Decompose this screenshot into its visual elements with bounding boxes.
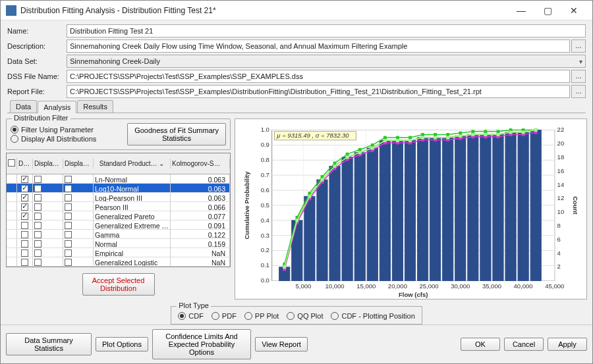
confidence-checkbox[interactable] [34,185,42,192]
hdr-ks[interactable]: Kolmogorov-Smirno… ⌄ [171,159,230,169]
description-label: Description: [7,42,67,50]
svg-text:30,000: 30,000 [451,282,470,290]
hdr-confidence[interactable]: Display Confidence Limits [33,159,63,169]
plottype-qq-plot[interactable]: QQ Plot [287,312,323,320]
apply-button[interactable]: Apply [548,338,587,351]
description-browse-button[interactable]: … [571,39,586,53]
hdr-expected[interactable]: Display Expected Probab. [63,159,94,169]
reportfile-input[interactable]: C:\PROJECTS\SSP\Projects\Test\SSP_Exampl… [67,85,570,98]
confidence-checkbox[interactable] [34,231,42,238]
display-checkbox[interactable] [21,249,28,257]
maximize-button[interactable]: ▢ [534,5,561,16]
svg-text:10,000: 10,000 [325,282,345,290]
confidence-checkbox[interactable] [34,203,42,211]
svg-rect-172 [472,133,475,136]
confidence-checkbox[interactable] [34,176,42,183]
confidence-checkbox[interactable] [34,249,42,257]
display-checkbox[interactable] [21,176,28,183]
svg-rect-99 [346,153,349,156]
display-checkbox[interactable] [21,259,28,266]
display-checkbox[interactable] [21,185,28,192]
table-row[interactable]: Log-Pearson III0.063 [7,193,230,202]
display-checkbox[interactable] [21,203,28,211]
table-row[interactable]: Generalized LogisticNaN [7,257,230,267]
svg-text:0.1: 0.1 [261,261,269,269]
confidence-checkbox[interactable] [34,194,42,201]
confidence-checkbox[interactable] [34,213,42,220]
table-row[interactable]: Generalized Extreme …0.091 [7,221,230,230]
expected-checkbox[interactable] [65,176,72,183]
accept-distribution-button[interactable]: Accept Selected Distribution [82,273,155,296]
confidence-checkbox[interactable] [34,259,42,266]
confidence-limits-button[interactable]: Confidence Limits And Expected Probabili… [152,329,251,359]
svg-rect-69 [493,134,503,280]
hdr-display[interactable]: Display [17,159,33,169]
svg-rect-67 [468,134,478,280]
expected-checkbox[interactable] [65,231,72,238]
view-report-button[interactable]: View Report [255,337,308,351]
svg-text:0.4: 0.4 [261,217,270,224]
dataset-combo[interactable]: Sinnemahoning Creek-Daily [67,55,586,68]
close-button[interactable]: ✕ [561,5,587,16]
cancel-button[interactable]: Cancel [504,338,544,351]
svg-rect-100 [358,148,362,151]
table-row[interactable]: Log10-Normal0.063 [7,184,230,193]
dist-name-cell: Generalized Pareto [94,211,171,220]
svg-text:0.9: 0.9 [261,141,269,148]
expected-checkbox[interactable] [65,240,72,247]
plot-options-button[interactable]: Plot Options [96,337,148,351]
svg-rect-111 [497,130,500,133]
gof-summary-button[interactable]: Goodness of Fit Summary Statistics [127,123,226,145]
hdr-display-all[interactable] [7,158,17,169]
table-row[interactable]: Normal0.159 [7,239,230,248]
tab-data[interactable]: Data [10,100,37,113]
expected-checkbox[interactable] [65,213,72,220]
display-checkbox[interactable] [21,222,28,229]
dssfile-browse-button[interactable]: … [571,70,586,83]
plottype-cdf-plotting-position[interactable]: CDF - Plotting Position [331,312,414,320]
display-checkbox[interactable] [21,194,28,201]
dssfile-input[interactable]: C:\PROJECTS\SSP\Projects\Test\SSP_Exampl… [67,70,570,83]
dssfile-label: DSS File Name: [7,72,67,80]
table-row[interactable]: Pearson III0.066 [7,202,230,211]
svg-rect-171 [459,134,462,138]
expected-checkbox[interactable] [65,249,72,257]
svg-rect-60 [380,141,390,281]
table-row[interactable]: Gamma0.122 [7,230,230,239]
plottype-pdf[interactable]: PDF [212,312,237,320]
tab-analysis[interactable]: Analysis [38,101,76,113]
hdr-name[interactable]: Standard Product… ⌄ [94,159,171,169]
tab-results[interactable]: Results [77,100,113,113]
expected-checkbox[interactable] [65,194,72,201]
table-row[interactable]: Generalized Pareto0.077 [7,211,230,221]
confidence-checkbox[interactable] [34,240,42,247]
table-row[interactable]: Ln-Normal0.063 [7,174,230,184]
titlebar: Distribution Fitting Analysis - Distribu… [1,1,592,20]
confidence-checkbox[interactable] [34,222,42,229]
expected-checkbox[interactable] [65,222,72,229]
svg-rect-110 [484,130,488,133]
expected-checkbox[interactable] [65,203,72,211]
display-checkbox[interactable] [21,231,28,238]
expected-checkbox[interactable] [65,259,72,266]
radio-filter-parameter[interactable]: Filter Using Parameter [11,126,123,134]
display-checkbox[interactable] [21,240,28,247]
ok-button[interactable]: OK [461,338,500,351]
svg-text:Cumulative Probability: Cumulative Probability [243,171,250,240]
plottype-pp-plot[interactable]: PP Plot [244,312,279,320]
svg-text:10: 10 [557,208,565,215]
ks-cell: 0.159 [171,239,230,247]
plottype-cdf[interactable]: CDF [178,312,204,320]
svg-rect-72 [530,130,541,281]
table-row[interactable]: EmpiricalNaN [7,248,230,257]
display-checkbox[interactable] [21,213,28,220]
description-input[interactable]: Sinnemahoning Creek Daily Flow using Tim… [67,39,570,53]
display-all-checkbox[interactable] [8,159,15,167]
expected-checkbox[interactable] [65,185,72,192]
data-summary-button[interactable]: Data Summary Statistics [6,333,92,355]
radio-display-all[interactable]: Display All Distributions [11,135,123,143]
svg-text:20,000: 20,000 [388,282,407,290]
name-input[interactable]: Distribution Fitting Test 21 [67,24,586,38]
minimize-button[interactable]: — [508,5,534,16]
reportfile-browse-button[interactable]: … [571,85,586,98]
